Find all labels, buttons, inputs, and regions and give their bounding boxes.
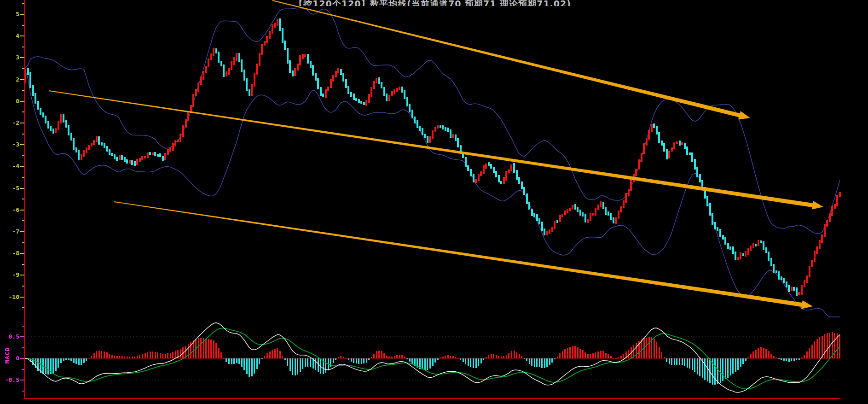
price-chart-canvas[interactable]: [0, 0, 868, 404]
trend-arrow: [114, 201, 813, 309]
macd-axis-label: -0.5: [1, 377, 19, 383]
chart-title-text: 【控120个120】数平均线(当前通道70 预期71 理论预期71.02): [294, 0, 571, 6]
y-axis-label: 3: [1, 54, 19, 61]
y-axis-label: 2: [1, 76, 19, 83]
y-axis-label: 4: [1, 33, 19, 39]
y-axis-label: -5: [1, 185, 19, 192]
y-axis-label: -2: [1, 120, 19, 126]
y-axis-label: 5: [1, 11, 19, 18]
y-axis-label: -8: [1, 250, 19, 257]
y-axis-label: -4: [1, 163, 19, 170]
y-axis-label: -10: [1, 294, 19, 300]
y-axis-label: -7: [1, 228, 19, 235]
y-axis-label: -6: [1, 207, 19, 213]
macd-axis-label: 0.5: [1, 334, 19, 340]
macd-panel-label: MACD: [4, 344, 11, 368]
y-axis-label: -9: [1, 272, 19, 278]
chart-title-clipped: 【控120个120】数平均线(当前通道70 预期71 理论预期71.02): [25, 0, 840, 6]
y-axis-label: -3: [1, 141, 19, 148]
y-axis-label: 0: [1, 98, 19, 105]
trading-app-screen: 【控120个120】数平均线(当前通道70 预期71 理论预期71.02) 54…: [0, 0, 868, 404]
